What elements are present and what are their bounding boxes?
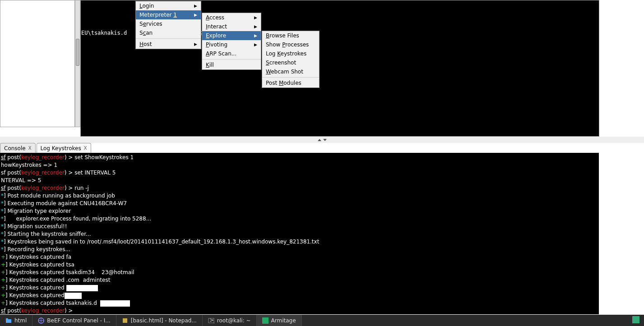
folder-icon xyxy=(5,317,12,324)
svg-text:>_: >_ xyxy=(209,317,214,323)
svg-rect-3 xyxy=(123,318,127,323)
taskbar-item[interactable]: [basic.html] - Notepad... xyxy=(116,315,203,326)
menu-item-kill[interactable]: Kill xyxy=(202,60,261,69)
menu-item-interact[interactable]: Interact▶ xyxy=(202,22,261,31)
scroll-thumb[interactable] xyxy=(76,39,79,66)
tab-bar: ConsoleX Log KeystrokesX xyxy=(0,143,92,153)
tab-label: Log Keystrokes xyxy=(41,145,81,152)
submenu-explore[interactable]: Browse Files Show Processes Log Keystrok… xyxy=(262,31,320,88)
svg-rect-1 xyxy=(6,318,8,320)
pane-splitter[interactable] xyxy=(0,137,644,143)
taskbar: htmlBeEF Control Panel - I...[basic.html… xyxy=(0,315,644,326)
editor-icon xyxy=(122,317,128,324)
tab-label: Console xyxy=(4,145,26,152)
tab-log-keystrokes[interactable]: Log KeystrokesX xyxy=(37,143,91,153)
svg-rect-6 xyxy=(262,317,269,324)
target-host-label: EU\tsaknakis.d xyxy=(81,30,127,36)
submenu-meterpreter[interactable]: Access▶ Interact▶ Explore▶ Pivoting▶ ARP… xyxy=(202,13,261,70)
menu-item-scan[interactable]: Scan xyxy=(136,28,201,37)
app-icon xyxy=(262,317,269,324)
menu-item-post-modules[interactable]: Post Modules xyxy=(262,78,319,87)
taskbar-item[interactable]: >_root@kali: ~ xyxy=(203,315,257,326)
menu-item-host[interactable]: Host▶ xyxy=(136,40,201,49)
menu-item-log-keystrokes[interactable]: Log Keystrokes xyxy=(262,49,319,58)
taskbar-item[interactable]: html xyxy=(0,315,32,326)
taskbar-item[interactable]: Armitage xyxy=(257,315,302,326)
menu-item-meterpreter-1[interactable]: Meterpreter 1▶ xyxy=(136,10,201,19)
taskbar-label: root@kali: ~ xyxy=(217,317,251,324)
scrollbar-vertical[interactable] xyxy=(75,0,80,127)
tray-app-icon[interactable] xyxy=(632,316,639,323)
menu-item-explore[interactable]: Explore▶ xyxy=(202,31,261,40)
side-panel-empty xyxy=(0,0,75,127)
taskbar-label: [basic.html] - Notepad... xyxy=(131,317,197,324)
tab-console[interactable]: ConsoleX xyxy=(0,143,36,153)
menu-item-show-processes[interactable]: Show Processes xyxy=(262,40,319,49)
menu-item-screenshot[interactable]: Screenshot xyxy=(262,58,319,67)
menu-item-webcam-shot[interactable]: Webcam Shot xyxy=(262,67,319,76)
taskbar-label: html xyxy=(14,317,27,324)
menu-item-access[interactable]: Access▶ xyxy=(202,13,261,22)
menu-item-browse-files[interactable]: Browse Files xyxy=(262,31,319,40)
web-icon xyxy=(38,317,44,324)
taskbar-item[interactable]: BeEF Control Panel - I... xyxy=(32,315,116,326)
close-icon[interactable]: X xyxy=(84,146,87,151)
taskbar-label: Armitage xyxy=(271,317,296,324)
svg-rect-0 xyxy=(6,319,11,323)
system-tray[interactable] xyxy=(628,316,644,325)
term-icon: >_ xyxy=(208,317,214,324)
taskbar-label: BeEF Control Panel - I... xyxy=(47,317,110,324)
console-output[interactable]: sf post(keylog_recorder) > set ShowKeyst… xyxy=(0,153,599,314)
menu-item-services[interactable]: Services xyxy=(136,19,201,28)
close-icon[interactable]: X xyxy=(28,146,32,151)
menu-item-login[interactable]: Login▶ xyxy=(136,1,201,10)
context-menu-host[interactable]: Login▶ Meterpreter 1▶ Services Scan Host… xyxy=(135,1,201,49)
menu-item-arp-scan[interactable]: ARP Scan... xyxy=(202,49,261,58)
menu-item-pivoting[interactable]: Pivoting▶ xyxy=(202,40,261,49)
